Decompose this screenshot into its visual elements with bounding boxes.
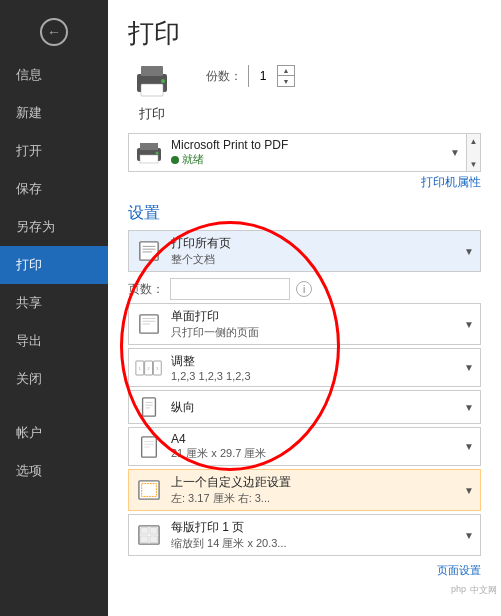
pages-per-sheet-icon bbox=[135, 523, 163, 547]
printer-name: Microsoft Print to PDF bbox=[171, 138, 442, 152]
single-side-main: 单面打印 bbox=[171, 308, 456, 325]
printer-dropdown-arrow: ▼ bbox=[450, 147, 460, 158]
svg-rect-34 bbox=[150, 528, 157, 534]
pages-info-icon[interactable]: i bbox=[296, 281, 312, 297]
collate-dropdown[interactable]: 1 2 3 调整 1,2,3 1,2,3 1,2,3 ▼ bbox=[128, 348, 481, 387]
svg-rect-5 bbox=[140, 143, 158, 150]
print-all-sub: 整个文档 bbox=[171, 252, 456, 267]
margins-main: 上一个自定义边距设置 bbox=[171, 474, 456, 491]
orientation-text: 纵向 bbox=[171, 399, 456, 416]
print-all-icon bbox=[135, 239, 163, 263]
printer-status: 就绪 bbox=[171, 152, 442, 167]
php-badge: php bbox=[451, 584, 466, 597]
scroll-up-arrow[interactable]: ▲ bbox=[467, 134, 481, 148]
printer-selector-wrap: Microsoft Print to PDF 就绪 ▼ ▲ ▼ bbox=[128, 133, 481, 172]
sidebar-item-new[interactable]: 新建 bbox=[0, 94, 108, 132]
collate-wrap: 1 2 3 调整 1,2,3 1,2,3 1,2,3 ▼ bbox=[128, 348, 481, 387]
sidebar-item-info[interactable]: 信息 bbox=[0, 56, 108, 94]
sidebar-item-open[interactable]: 打开 bbox=[0, 132, 108, 170]
print-all-dropdown[interactable]: 打印所有页 整个文档 ▼ bbox=[128, 230, 481, 272]
printer-properties-link[interactable]: 打印机属性 bbox=[108, 174, 501, 199]
paper-text: A4 21 厘米 x 29.7 厘米 bbox=[171, 432, 456, 461]
pages-per-sheet-svg bbox=[136, 524, 162, 546]
margins-svg bbox=[136, 479, 162, 501]
pages-label: 页数： bbox=[128, 281, 164, 298]
pages-row: 页数： i bbox=[128, 278, 481, 300]
printer-info: Microsoft Print to PDF 就绪 bbox=[171, 138, 442, 167]
paper-main: A4 bbox=[171, 432, 456, 446]
printer-icon bbox=[133, 64, 171, 98]
single-side-dropdown[interactable]: 单面打印 只打印一侧的页面 ▼ bbox=[128, 303, 481, 345]
single-side-text: 单面打印 只打印一侧的页面 bbox=[171, 308, 456, 340]
pages-per-sheet-wrap: 每版打印 1 页 缩放到 14 厘米 x 20.3... ▼ bbox=[128, 514, 481, 556]
svg-rect-33 bbox=[141, 528, 148, 534]
status-dot bbox=[171, 156, 179, 164]
back-button[interactable]: ← bbox=[0, 8, 108, 56]
pages-per-sheet-main: 每版打印 1 页 bbox=[171, 519, 456, 536]
pages-per-sheet-text: 每版打印 1 页 缩放到 14 厘米 x 20.3... bbox=[171, 519, 456, 551]
paper-arrow: ▼ bbox=[464, 441, 474, 452]
collate-sub: 1,2,3 1,2,3 1,2,3 bbox=[171, 370, 456, 382]
printer-scrollbar: ▲ ▼ bbox=[467, 133, 481, 172]
printer-selector[interactable]: Microsoft Print to PDF 就绪 ▼ bbox=[128, 133, 467, 172]
single-side-svg bbox=[136, 313, 162, 335]
sidebar-item-options[interactable]: 选项 bbox=[0, 452, 108, 490]
copies-decrement[interactable]: ▼ bbox=[278, 76, 294, 87]
back-icon: ← bbox=[40, 18, 68, 46]
copies-increment[interactable]: ▲ bbox=[278, 65, 294, 76]
svg-point-3 bbox=[161, 79, 165, 83]
print-all-row-wrap: 打印所有页 整个文档 ▼ bbox=[128, 230, 481, 275]
bottom-area: php 中文网 bbox=[108, 582, 501, 599]
collate-svg: 1 2 3 bbox=[135, 357, 163, 379]
pages-input[interactable] bbox=[170, 278, 290, 300]
margins-dropdown[interactable]: 上一个自定义边距设置 左: 3.17 厘米 右: 3... ▼ bbox=[128, 469, 481, 511]
margins-wrap: 上一个自定义边距设置 左: 3.17 厘米 右: 3... ▼ bbox=[128, 469, 481, 511]
pages-icon bbox=[136, 240, 162, 262]
print-button[interactable] bbox=[128, 61, 176, 101]
paper-dropdown[interactable]: A4 21 厘米 x 29.7 厘米 ▼ bbox=[128, 427, 481, 466]
sidebar-item-share[interactable]: 共享 bbox=[0, 284, 108, 322]
sidebar-item-save[interactable]: 保存 bbox=[0, 170, 108, 208]
pages-per-sheet-dropdown[interactable]: 每版打印 1 页 缩放到 14 厘米 x 20.3... ▼ bbox=[128, 514, 481, 556]
orientation-wrap: 纵向 ▼ bbox=[128, 390, 481, 424]
sidebar-item-account[interactable]: 帐户 bbox=[0, 414, 108, 452]
copies-area: 份数： ▲ ▼ bbox=[206, 65, 295, 87]
print-button-area: 打印 bbox=[128, 61, 176, 123]
single-side-wrap: 单面打印 只打印一侧的页面 ▼ bbox=[128, 303, 481, 345]
sidebar-item-saveas[interactable]: 另存为 bbox=[0, 208, 108, 246]
svg-point-7 bbox=[156, 151, 159, 154]
collate-arrow: ▼ bbox=[464, 362, 474, 373]
print-all-arrow: ▼ bbox=[464, 246, 474, 257]
margins-arrow: ▼ bbox=[464, 485, 474, 496]
paper-svg bbox=[136, 436, 162, 458]
sidebar-item-export[interactable]: 导出 bbox=[0, 322, 108, 360]
svg-rect-8 bbox=[140, 242, 158, 260]
orientation-dropdown[interactable]: 纵向 ▼ bbox=[128, 390, 481, 424]
margins-text: 上一个自定义边距设置 左: 3.17 厘米 右: 3... bbox=[171, 474, 456, 506]
page-settings-link[interactable]: 页面设置 bbox=[108, 559, 501, 582]
collate-text: 调整 1,2,3 1,2,3 1,2,3 bbox=[171, 353, 456, 382]
sidebar-item-print[interactable]: 打印 bbox=[0, 246, 108, 284]
svg-rect-22 bbox=[143, 398, 156, 416]
scroll-down-arrow[interactable]: ▼ bbox=[467, 157, 481, 171]
sidebar: ← 信息 新建 打开 保存 另存为 打印 共享 导出 关闭 帐户 选项 bbox=[0, 0, 108, 616]
printer-status-text: 就绪 bbox=[182, 152, 204, 167]
settings-rows-container: 单面打印 只打印一侧的页面 ▼ 1 2 3 bbox=[108, 303, 501, 616]
orientation-arrow: ▼ bbox=[464, 402, 474, 413]
copies-input[interactable] bbox=[249, 65, 277, 87]
single-side-icon bbox=[135, 312, 163, 336]
orientation-main: 纵向 bbox=[171, 399, 456, 416]
margins-sub: 左: 3.17 厘米 右: 3... bbox=[171, 491, 456, 506]
print-label: 打印 bbox=[139, 105, 165, 123]
paper-icon bbox=[135, 435, 163, 459]
cn-badge: 中文网 bbox=[470, 584, 497, 597]
sidebar-item-close[interactable]: 关闭 bbox=[0, 360, 108, 398]
print-controls: 打印 份数： ▲ ▼ bbox=[108, 61, 501, 133]
orientation-icon bbox=[135, 395, 163, 419]
margins-icon bbox=[135, 478, 163, 502]
svg-rect-36 bbox=[150, 536, 157, 542]
collate-main: 调整 bbox=[171, 353, 456, 370]
single-side-arrow: ▼ bbox=[464, 319, 474, 330]
copies-spinner: ▲ ▼ bbox=[277, 65, 294, 87]
svg-rect-6 bbox=[140, 155, 158, 163]
